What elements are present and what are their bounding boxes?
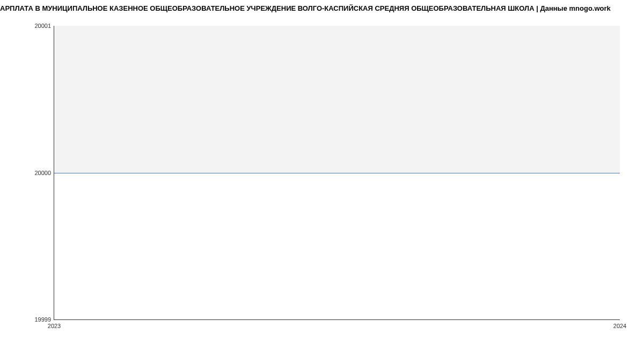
plot-background-upper — [54, 26, 620, 173]
y-tick-label: 20000 — [34, 170, 51, 176]
plot-background-lower — [54, 173, 620, 320]
chart-title: АРПЛАТА В МУНИЦИПАЛЬНОЕ КАЗЕННОЕ ОБЩЕОБР… — [0, 0, 644, 12]
x-tick-label: 2024 — [613, 323, 626, 329]
y-tick-label: 20001 — [34, 23, 51, 29]
plot-area: 20001 20000 19999 2023 2024 — [54, 26, 620, 320]
data-line — [54, 173, 620, 173]
chart-container: АРПЛАТА В МУНИЦИПАЛЬНОЕ КАЗЕННОЕ ОБЩЕОБР… — [0, 0, 644, 349]
x-tick-label: 2023 — [48, 323, 61, 329]
y-tick-label: 19999 — [34, 316, 51, 323]
